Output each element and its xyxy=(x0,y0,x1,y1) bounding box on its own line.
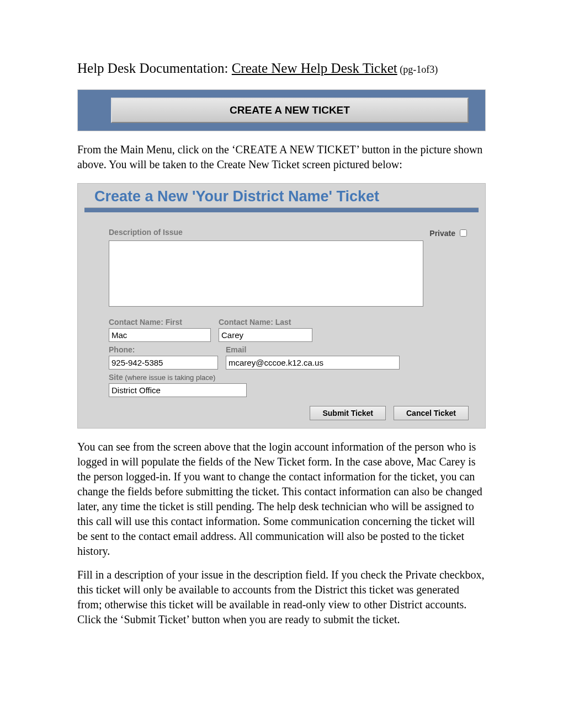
site-label-text: Site xyxy=(109,373,123,382)
description-label: Description of Issue xyxy=(109,228,183,237)
document-title: Help Desk Documentation: Create New Help… xyxy=(77,61,486,76)
form-divider xyxy=(84,207,479,212)
form-title: Create a New 'Your District Name' Ticket xyxy=(78,184,485,207)
doc-title-main: Create New Help Desk Ticket xyxy=(232,61,397,76)
email-label: Email xyxy=(226,345,400,354)
cancel-ticket-button[interactable]: Cancel Ticket xyxy=(394,406,469,420)
phone-input[interactable] xyxy=(109,356,218,370)
last-name-label: Contact Name: Last xyxy=(219,318,312,326)
explanation-paragraph-1: You can see from the screen above that t… xyxy=(77,440,486,559)
site-label-note: (where issue is taking place) xyxy=(123,373,216,382)
phone-label: Phone: xyxy=(109,345,218,354)
submit-ticket-button[interactable]: Submit Ticket xyxy=(310,406,386,420)
site-input[interactable] xyxy=(109,383,247,397)
site-label: Site (where issue is taking place) xyxy=(109,373,247,382)
email-input[interactable] xyxy=(226,356,400,370)
description-textarea[interactable] xyxy=(109,240,423,307)
main-menu-banner: CREATE A NEW TICKET xyxy=(77,89,486,131)
first-name-input[interactable] xyxy=(109,328,211,342)
create-new-ticket-button[interactable]: CREATE A NEW TICKET xyxy=(111,98,469,123)
doc-title-prefix: Help Desk Documentation: xyxy=(77,61,232,76)
last-name-input[interactable] xyxy=(219,328,312,342)
explanation-paragraph-2: Fill in a description of your issue in t… xyxy=(77,568,486,627)
create-ticket-form-screenshot: Create a New 'Your District Name' Ticket… xyxy=(77,183,486,429)
private-label: Private xyxy=(429,229,455,238)
private-checkbox-wrap: Private xyxy=(429,228,469,238)
first-name-label: Contact Name: First xyxy=(109,318,211,326)
intro-paragraph: From the Main Menu, click on the ‘CREATE… xyxy=(77,142,486,172)
doc-title-page-indicator: (pg-1of3) xyxy=(397,64,438,75)
private-checkbox[interactable] xyxy=(460,229,467,237)
